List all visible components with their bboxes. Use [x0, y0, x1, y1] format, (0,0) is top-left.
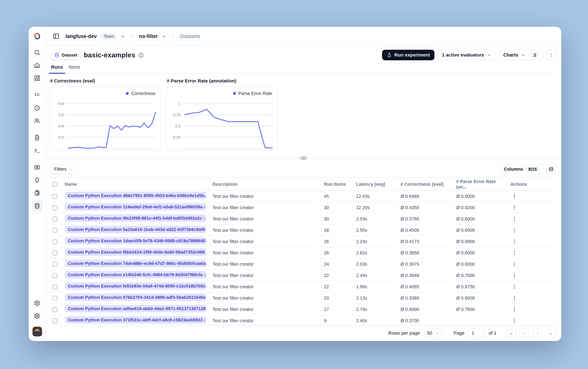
page-label: Page — [453, 330, 465, 336]
row-checkbox[interactable] — [52, 228, 57, 233]
chevron-down-icon[interactable] — [162, 34, 167, 39]
row-checkbox[interactable] — [52, 250, 57, 255]
resize-grip-handle[interactable] — [299, 156, 308, 161]
run-correctness: Ø 0.6489 — [398, 190, 453, 202]
run-name-link[interactable]: Custom Python Execution 9fe23f98-881e-44… — [65, 214, 206, 222]
table-row[interactable]: Custom Python Execution d66e7991-8595-45… — [50, 190, 557, 202]
table-row[interactable]: Custom Python Execution adfae619-abb0-4d… — [50, 304, 557, 315]
rows-per-page-select[interactable]: 50 — [424, 328, 442, 338]
evaluation-icon[interactable] — [31, 162, 43, 173]
run-name-link[interactable]: Custom Python Execution 076b2704-341d-48… — [65, 294, 206, 301]
row-actions-button[interactable]: ⋮ — [510, 250, 519, 256]
support-icon[interactable] — [31, 310, 43, 321]
row-checkbox[interactable] — [52, 296, 57, 300]
run-name-link[interactable]: Custom Python Execution 1daec0f9-5e78-43… — [65, 237, 206, 245]
home-icon[interactable] — [31, 60, 43, 71]
table-row[interactable]: Custom Python Execution 74de488e-ec9d-47… — [50, 258, 557, 270]
settings-icon[interactable] — [31, 297, 43, 308]
active-evaluators-button[interactable]: 1 active evaluators — [438, 50, 496, 60]
column-header-actions: Actions — [508, 178, 557, 190]
column-header-correctness[interactable]: # Correctness (eval) — [398, 178, 453, 190]
row-checkbox[interactable] — [52, 307, 57, 312]
column-header-name[interactable]: Name — [62, 178, 209, 190]
table-row[interactable]: Custom Python Execution 5a15a616-1bab-44… — [50, 224, 557, 236]
datasets-icon[interactable] — [31, 200, 43, 211]
row-actions-button[interactable]: ⋮ — [510, 306, 519, 312]
row-checkbox[interactable] — [52, 216, 57, 221]
run-experiment-button[interactable]: Run experiment — [382, 50, 435, 60]
select-all-checkbox[interactable] — [52, 182, 57, 187]
breadcrumb-section[interactable]: Datasets — [180, 33, 200, 39]
row-checkbox[interactable] — [52, 273, 57, 278]
tab-items[interactable]: Items — [69, 64, 80, 73]
filters-button[interactable]: Filters — [50, 164, 77, 174]
sessions-icon[interactable] — [31, 102, 43, 113]
table-row[interactable]: Custom Python Execution 076b2704-341d-48… — [50, 292, 557, 304]
run-name-link[interactable]: Custom Python Execution f6bb1614-1f90-40… — [65, 248, 206, 256]
playground-icon[interactable] — [31, 145, 43, 156]
column-header-run-items[interactable]: Run Items — [321, 178, 353, 190]
table-row[interactable]: Custom Python Execution f6bb1614-1f90-40… — [50, 247, 557, 258]
columns-button[interactable]: Columns 8/15 — [500, 164, 543, 174]
table-row[interactable]: Custom Python Execution e14fa348-5cfc-49… — [50, 270, 557, 281]
run-name-link[interactable]: Custom Python Execution 5a15a616-1bab-44… — [65, 226, 206, 233]
dashboard-icon[interactable] — [31, 72, 43, 84]
prompts-icon[interactable] — [31, 132, 43, 143]
table-row[interactable]: Custom Python Execution 1daec0f9-5e78-43… — [50, 236, 557, 247]
previous-page-button[interactable]: ‹ — [519, 328, 529, 338]
annotation-icon[interactable] — [31, 187, 43, 199]
page-input[interactable] — [468, 328, 485, 338]
run-name-link[interactable]: Custom Python Execution fe91b83e-04a5-47… — [65, 282, 206, 290]
workspace-name[interactable]: langfuse-dev — [66, 33, 97, 39]
more-actions-button[interactable] — [546, 50, 557, 60]
row-checkbox[interactable] — [52, 194, 57, 199]
row-checkbox[interactable] — [52, 205, 57, 210]
column-header-parse-error-rate[interactable]: # Parse Error Rate (an... — [453, 178, 508, 190]
search-icon[interactable] — [31, 47, 43, 58]
row-checkbox[interactable] — [52, 318, 57, 323]
row-actions-button[interactable]: ⋮ — [510, 227, 519, 233]
row-height-button[interactable] — [546, 164, 556, 174]
row-checkbox[interactable] — [52, 239, 57, 244]
row-actions-button[interactable]: ⋮ — [510, 238, 519, 244]
row-checkbox[interactable] — [52, 284, 57, 289]
chevron-down-icon[interactable] — [120, 34, 125, 39]
row-actions-button[interactable]: ⋮ — [510, 216, 519, 222]
row-actions-button[interactable]: ⋮ — [510, 261, 519, 267]
row-actions-button[interactable]: ⋮ — [510, 272, 519, 278]
info-icon[interactable] — [138, 52, 144, 58]
table-row[interactable]: Custom Python Execution 9fe23f98-881e-44… — [50, 213, 557, 224]
row-actions-button[interactable]: ⋮ — [510, 284, 519, 289]
table-row[interactable]: Custom Python Execution 371f531c-abff-4d… — [50, 315, 557, 326]
run-name-link[interactable]: Custom Python Execution 114aa9ef-29e6-4e… — [65, 203, 206, 211]
sidebar-toggle-icon[interactable] — [53, 33, 59, 40]
row-checkbox[interactable] — [52, 262, 57, 267]
last-page-button[interactable]: » — [546, 328, 556, 338]
table-row[interactable]: Custom Python Execution 114aa9ef-29e6-4e… — [50, 202, 557, 213]
run-name-link[interactable]: Custom Python Execution d66e7991-8595-45… — [65, 192, 206, 199]
run-name-link[interactable]: Custom Python Execution e14fa348-5cfc-49… — [65, 271, 206, 278]
rows-per-page-label: Rows per page — [388, 330, 420, 336]
row-actions-button[interactable]: ⋮ — [510, 193, 519, 199]
row-actions-button[interactable]: ⋮ — [510, 295, 519, 301]
tab-runs[interactable]: Runs — [51, 64, 63, 73]
row-actions-button[interactable]: ⋮ — [510, 205, 519, 210]
run-name-link[interactable]: Custom Python Execution 74de488e-ec9d-47… — [65, 260, 206, 267]
first-page-button[interactable]: « — [506, 328, 516, 338]
table-row[interactable]: Custom Python Execution fe91b83e-04a5-47… — [50, 281, 557, 292]
next-page-button[interactable]: › — [533, 328, 542, 338]
user-avatar[interactable] — [32, 327, 42, 336]
tracing-icon[interactable] — [31, 89, 43, 101]
breadcrumb-separator-icon — [129, 33, 135, 40]
column-header-latency[interactable]: Latency (avg) — [353, 178, 398, 190]
run-name-link[interactable]: Custom Python Execution adfae619-abb0-4d… — [65, 305, 206, 312]
charts-toggle-button[interactable]: Charts 2 — [499, 50, 543, 60]
insights-icon[interactable] — [31, 174, 43, 186]
column-header-description[interactable]: Description — [209, 178, 321, 190]
legend-dot-icon — [126, 92, 129, 95]
row-actions-button[interactable]: ⋮ — [510, 318, 519, 323]
project-name[interactable]: no-filter — [139, 33, 158, 39]
panel-splitter — [50, 156, 557, 161]
users-icon[interactable] — [31, 115, 43, 126]
run-name-link[interactable]: Custom Python Execution 371f531c-abff-4d… — [65, 316, 206, 324]
